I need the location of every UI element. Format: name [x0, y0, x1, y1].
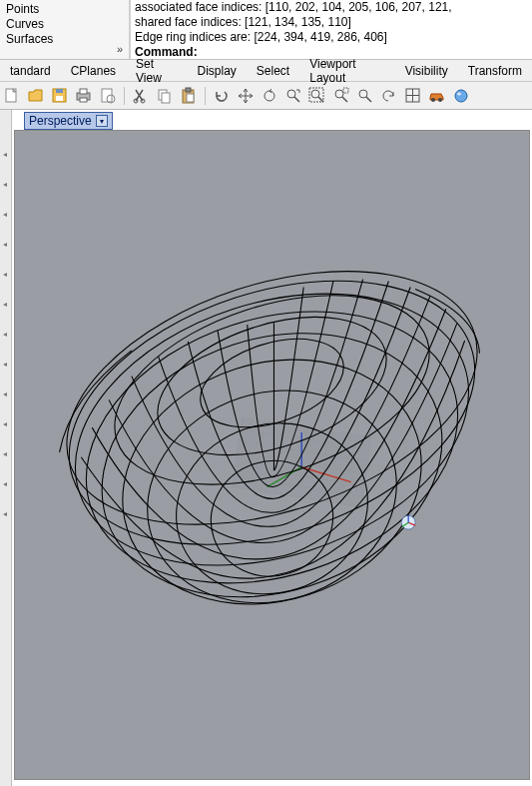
tree-item-curves[interactable]: Curves: [6, 17, 123, 32]
side-handle[interactable]: ◂: [3, 300, 9, 306]
svg-rect-12: [162, 93, 170, 103]
svg-point-22: [359, 90, 367, 98]
svg-point-17: [287, 90, 295, 98]
rotate-view-icon[interactable]: [260, 86, 279, 106]
new-file-icon[interactable]: [2, 86, 22, 106]
side-handle[interactable]: ◂: [3, 509, 9, 515]
svg-rect-5: [80, 89, 87, 94]
tab-standard[interactable]: tandard: [0, 61, 61, 81]
open-file-icon[interactable]: [26, 86, 46, 106]
tree-item-surfaces[interactable]: Surfaces: [6, 32, 123, 47]
side-handle[interactable]: ◂: [3, 479, 9, 485]
tree-item-points[interactable]: Points: [6, 2, 123, 17]
cmd-line: Edge ring indices are: [224, 394, 419, 2…: [135, 30, 528, 45]
side-handle[interactable]: ◂: [3, 419, 9, 425]
viewport-menu-dropdown-icon[interactable]: ▾: [96, 115, 108, 127]
pan-icon[interactable]: [236, 86, 256, 106]
car-icon[interactable]: [427, 86, 447, 106]
tab-transform[interactable]: Transform: [458, 61, 532, 81]
undo-view-icon[interactable]: [379, 86, 399, 106]
four-viewports-icon[interactable]: [403, 86, 423, 106]
side-handle[interactable]: ◂: [3, 360, 9, 366]
world-axes-icon: [401, 515, 415, 529]
viewport-title-bar[interactable]: Perspective ▾: [24, 112, 113, 130]
zoom-dynamic-icon[interactable]: [283, 86, 303, 106]
side-handle[interactable]: ◂: [3, 180, 9, 186]
print-icon[interactable]: [74, 86, 94, 106]
svg-rect-6: [80, 98, 87, 102]
save-icon[interactable]: [50, 86, 70, 106]
svg-rect-14: [186, 88, 191, 92]
tab-visibility[interactable]: Visibility: [395, 61, 458, 81]
tab-display[interactable]: Display: [187, 61, 246, 81]
render-icon[interactable]: [451, 86, 471, 106]
side-handle[interactable]: ◂: [3, 150, 9, 156]
svg-point-26: [455, 90, 467, 102]
tab-cplanes[interactable]: CPlanes: [61, 61, 126, 81]
zoom-extents-icon[interactable]: [355, 86, 375, 106]
toolbar-separator: [124, 87, 125, 105]
tree-expand-icon[interactable]: »: [117, 42, 123, 57]
viewport-title: Perspective: [29, 114, 92, 128]
toolbar-separator: [205, 87, 206, 105]
tab-vplayout[interactable]: Viewport Layout: [299, 54, 394, 88]
side-toolbar: ◂ ◂ ◂ ◂ ◂ ◂ ◂ ◂ ◂ ◂ ◂ ◂ ◂: [0, 110, 12, 786]
svg-rect-15: [187, 94, 194, 102]
svg-point-27: [457, 92, 461, 95]
svg-point-25: [438, 98, 442, 102]
svg-rect-3: [56, 89, 63, 93]
side-handle[interactable]: ◂: [3, 270, 9, 276]
viewport-container: Perspective ▾: [12, 110, 532, 786]
cut-icon[interactable]: [131, 86, 151, 106]
side-handle[interactable]: ◂: [3, 390, 9, 395]
model-render: [15, 131, 529, 784]
side-handle[interactable]: ◂: [3, 210, 9, 216]
workspace: ◂ ◂ ◂ ◂ ◂ ◂ ◂ ◂ ◂ ◂ ◂ ◂ ◂ Perspective ▾: [0, 110, 532, 786]
cmd-line: associated face indices: [110, 202, 104,…: [135, 0, 528, 15]
object-tree: Points Curves Surfaces »: [0, 0, 130, 59]
svg-point-16: [265, 91, 274, 101]
document-properties-icon[interactable]: [98, 86, 118, 106]
tab-bar: tandard CPlanes Set View Display Select …: [0, 60, 532, 82]
undo-icon[interactable]: [212, 86, 232, 106]
svg-rect-21: [343, 88, 348, 93]
cmd-line: shared face indices: [121, 134, 135, 110…: [135, 15, 528, 30]
copy-icon[interactable]: [155, 86, 175, 106]
paste-icon[interactable]: [179, 86, 199, 106]
side-handle[interactable]: ◂: [3, 240, 9, 246]
toolbar: [0, 82, 532, 110]
viewport-canvas[interactable]: [14, 130, 530, 780]
command-history: associated face indices: [110, 202, 104,…: [130, 0, 532, 59]
svg-point-20: [335, 90, 343, 98]
zoom-window-icon[interactable]: [307, 86, 327, 106]
side-handle[interactable]: ◂: [3, 330, 9, 336]
svg-rect-2: [56, 96, 63, 101]
side-handle[interactable]: ◂: [3, 449, 9, 455]
svg-point-18: [311, 90, 319, 98]
zoom-selected-icon[interactable]: [331, 86, 351, 106]
top-row: Points Curves Surfaces » associated face…: [0, 0, 532, 60]
svg-point-24: [431, 98, 435, 102]
tab-setview[interactable]: Set View: [126, 54, 187, 88]
tab-select[interactable]: Select: [247, 61, 299, 81]
